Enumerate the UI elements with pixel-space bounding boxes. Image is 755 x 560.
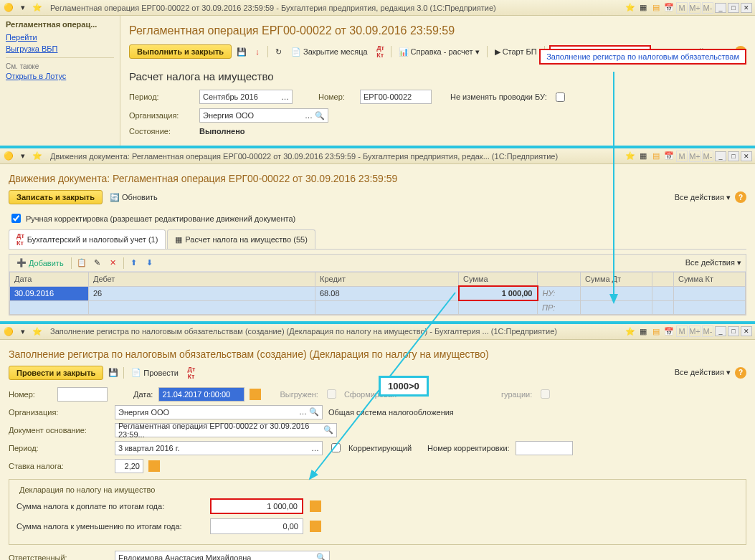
m-btn-3[interactable]: M xyxy=(676,326,688,337)
sum1-calc-icon[interactable] xyxy=(310,500,321,512)
mminus-btn-3[interactable]: M- xyxy=(702,326,713,337)
sum1-input[interactable]: 1 000,00 xyxy=(210,498,303,514)
minimize-btn-2[interactable]: _ xyxy=(715,151,726,161)
table-row-2[interactable]: ПР: xyxy=(10,300,746,314)
cell-credit[interactable]: 68.08 xyxy=(315,286,459,300)
manual-edit-checkbox[interactable] xyxy=(11,214,21,223)
m-btn[interactable]: M xyxy=(676,2,688,14)
conduct-button[interactable]: 📄 Провести xyxy=(128,366,181,379)
save-close-button[interactable]: Записать и закрыть xyxy=(9,190,103,204)
col-date[interactable]: Дата xyxy=(10,272,89,287)
calendar-icon-2[interactable]: 📅 xyxy=(663,151,675,162)
table-row[interactable]: 30.09.2016 26 68.08 1 000,00 НУ: xyxy=(10,286,746,300)
date-picker-icon[interactable] xyxy=(250,389,261,400)
fav-icon-2[interactable]: ⭐ xyxy=(625,151,636,162)
mplus-btn[interactable]: M+ xyxy=(689,2,701,14)
star-icon[interactable]: ⭐ xyxy=(32,2,43,14)
cell-sum[interactable]: 1 000,00 xyxy=(459,286,538,300)
close-btn-2[interactable]: ✕ xyxy=(741,151,752,161)
cell-date[interactable]: 30.09.2016 xyxy=(10,286,89,300)
calendar-icon[interactable]: 📅 xyxy=(663,2,675,14)
cell-sumkt[interactable] xyxy=(674,286,746,300)
help-icon-2[interactable]: ? xyxy=(735,191,746,203)
sidebar-link-export[interactable]: Выгрузка ВБП xyxy=(6,43,114,54)
calendar-icon-3[interactable]: 📅 xyxy=(663,326,675,337)
refresh-button[interactable]: 🔄 Обновить xyxy=(107,191,161,204)
spravka-button[interactable]: 📊 Справка - расчет ▾ xyxy=(396,46,483,58)
number-input-3[interactable] xyxy=(57,387,108,402)
no-change-checkbox[interactable] xyxy=(556,92,565,102)
period-input-3[interactable]: 3 квартал 2016 г.… xyxy=(115,441,323,455)
execute-close-button[interactable]: Выполнить и закрыть xyxy=(129,44,232,59)
dk-icon-3[interactable]: ДтКт xyxy=(186,367,197,379)
grid-icon-2[interactable]: ▦ xyxy=(637,151,649,162)
number-input[interactable]: ЕРГ00-00022 xyxy=(360,90,432,104)
org-input-3[interactable]: Энергия ООО… 🔍 xyxy=(115,405,323,419)
down-icon[interactable]: ⬇ xyxy=(144,257,156,269)
tab-accounting[interactable]: ДтКтБухгалтерский и налоговый учет (1) xyxy=(9,229,166,249)
calc-icon-3[interactable]: ▤ xyxy=(650,326,662,337)
grid-icon-3[interactable]: ▦ xyxy=(637,326,649,337)
add-button[interactable]: ➕ Добавить xyxy=(14,257,67,269)
save-icon-3[interactable]: 💾 xyxy=(108,367,119,379)
col-sumkt[interactable]: Сумма Кт xyxy=(674,272,746,287)
col-sum[interactable]: Сумма xyxy=(459,272,538,287)
close-month-button[interactable]: 📄Закрытие месяца xyxy=(288,46,371,58)
dropdown-fill-register[interactable]: Заполнение регистра по налоговым обязате… xyxy=(539,49,746,65)
sum2-calc-icon[interactable] xyxy=(310,521,321,532)
all-actions-table[interactable]: Все действия ▾ xyxy=(685,258,741,267)
star-icon-2[interactable]: ⭐ xyxy=(32,151,43,162)
dk-icon[interactable]: ДтКт xyxy=(375,46,386,57)
cell-sumdt[interactable] xyxy=(581,286,652,300)
minimize-btn-3[interactable]: _ xyxy=(715,326,726,336)
basis-input[interactable]: Регламентная операция ЕРГ00-00022 от 30.… xyxy=(115,423,337,437)
rate-input[interactable]: 2,20 xyxy=(115,459,143,473)
nav-down-icon[interactable]: ▾ xyxy=(17,2,29,14)
star-icon-3[interactable]: ⭐ xyxy=(32,326,43,337)
nav-down-icon-2[interactable]: ▾ xyxy=(17,151,29,162)
refresh-icon[interactable]: ↻ xyxy=(272,46,284,57)
copy-icon[interactable]: 📋 xyxy=(76,257,87,269)
mplus-btn-3[interactable]: M+ xyxy=(689,326,701,337)
save-icon[interactable]: 💾 xyxy=(236,46,247,57)
m-btn-2[interactable]: M xyxy=(676,151,688,162)
cell-debit[interactable]: 26 xyxy=(89,286,315,300)
mminus-btn[interactable]: M- xyxy=(702,2,713,14)
grid-icon[interactable]: ▦ xyxy=(637,2,649,14)
fav-icon-3[interactable]: ⭐ xyxy=(625,326,636,337)
minimize-btn[interactable]: _ xyxy=(715,3,726,13)
delete-icon[interactable]: ✕ xyxy=(108,257,119,269)
startbp-button[interactable]: ▶ Старт БП xyxy=(492,46,540,58)
all-actions-2[interactable]: Все действия ▾ xyxy=(675,193,731,202)
tab-tax-calc[interactable]: ▦ Расчет налога на имущество (55) xyxy=(167,229,315,249)
col-sumdt[interactable]: Сумма Дт xyxy=(581,272,652,287)
fav-icon[interactable]: ⭐ xyxy=(625,2,636,14)
date-input[interactable]: 21.04.2017 0:00:00 xyxy=(158,387,244,402)
down-arrow-icon[interactable]: ↓ xyxy=(252,46,263,57)
maximize-btn-3[interactable]: □ xyxy=(728,326,739,336)
edit-icon[interactable]: ✎ xyxy=(92,257,103,269)
rate-calc-icon[interactable] xyxy=(148,460,160,472)
post-close-button[interactable]: Провести и закрыть xyxy=(9,366,103,380)
col-credit[interactable]: Кредит xyxy=(315,272,459,287)
calc-icon-2[interactable]: ▤ xyxy=(650,151,662,162)
org-input[interactable]: Энергия ООО… 🔍 xyxy=(199,108,328,123)
sidebar-goto[interactable]: Перейти xyxy=(6,32,114,43)
close-btn-3[interactable]: ✕ xyxy=(741,326,752,336)
maximize-btn-2[interactable]: □ xyxy=(728,151,739,161)
up-icon[interactable]: ⬆ xyxy=(128,257,140,269)
nav-down-icon-3[interactable]: ▾ xyxy=(17,326,29,337)
maximize-btn[interactable]: □ xyxy=(728,3,739,13)
corr-num-input[interactable] xyxy=(516,441,573,455)
close-btn[interactable]: ✕ xyxy=(741,3,752,13)
sidebar-link-lotus[interactable]: Открыть в Лотус xyxy=(6,70,114,82)
resp-input[interactable]: Евдокимова Анастасия Михайловна🔍 xyxy=(115,551,330,561)
col-debit[interactable]: Дебет xyxy=(89,272,315,287)
period-input[interactable]: Сентябрь 2016… xyxy=(199,90,293,104)
mplus-btn-2[interactable]: M+ xyxy=(689,151,701,162)
mminus-btn-2[interactable]: M- xyxy=(702,151,713,162)
correcting-checkbox[interactable] xyxy=(331,443,341,452)
calc-icon[interactable]: ▤ xyxy=(650,2,662,14)
sum2-input[interactable]: 0,00 xyxy=(210,518,303,534)
help-icon-3[interactable]: ? xyxy=(735,367,746,379)
